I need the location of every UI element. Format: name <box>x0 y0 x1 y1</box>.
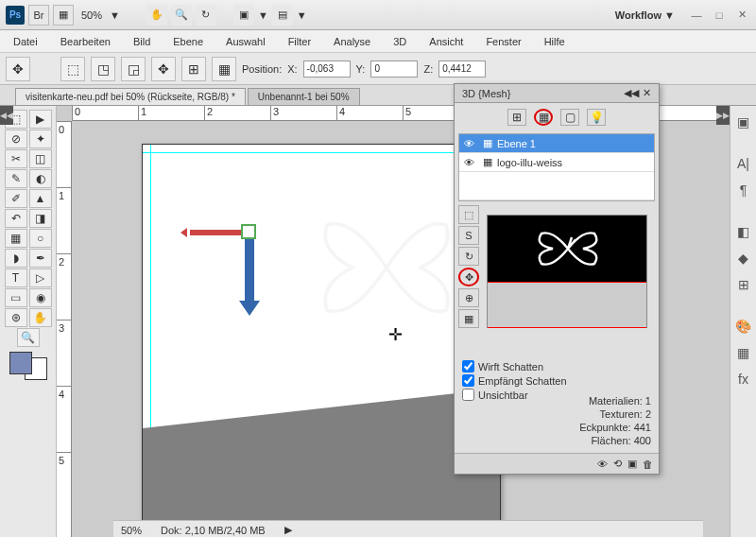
y-input[interactable] <box>370 61 418 78</box>
bridge-button[interactable]: Br <box>28 5 49 26</box>
clip-button[interactable]: ▦ <box>53 5 74 26</box>
visibility-icon[interactable]: 👁 <box>459 157 478 168</box>
maximize-button[interactable]: □ <box>711 9 728 22</box>
rotate-tool-icon[interactable]: ↻ <box>196 5 216 26</box>
menu-analyse[interactable]: Analyse <box>330 34 374 49</box>
zoom-select[interactable]: 50% <box>77 8 106 23</box>
blur-tool[interactable]: ○ <box>29 229 52 248</box>
eraser-tool[interactable]: ◨ <box>29 209 52 228</box>
3d-camera-tool[interactable]: ⊛ <box>5 308 27 327</box>
3d-axis-gizmo[interactable] <box>171 211 275 315</box>
check-wirft-schatten[interactable]: Wirft Schatten <box>462 360 651 372</box>
preview-tool-3[interactable]: ↻ <box>458 247 479 266</box>
screen-mode-icon[interactable]: ▣ <box>233 5 254 26</box>
panel-icon-6[interactable]: ⊞ <box>733 274 754 295</box>
guide-horizontal[interactable] <box>143 152 500 153</box>
zoom-tool-icon[interactable]: 🔍 <box>171 5 192 26</box>
patch-tool[interactable]: ◐ <box>29 169 52 188</box>
minimize-button[interactable]: — <box>688 9 705 22</box>
layer-row[interactable]: 👁▦logo-illu-weiss <box>459 153 654 172</box>
status-zoom[interactable]: 50% <box>121 525 142 536</box>
color-swatches[interactable] <box>9 352 47 380</box>
crop-tool[interactable]: ✂ <box>5 149 27 168</box>
shape-tool[interactable]: ▭ <box>5 288 27 307</box>
arrow-tool[interactable]: ▶ <box>29 110 52 129</box>
zoom-tool[interactable]: 🔍 <box>17 328 40 347</box>
mesh-filter-icon[interactable]: ▦ <box>534 109 553 126</box>
workspace-switcher[interactable]: Workflow ▼ <box>608 7 682 24</box>
panel-icon-4[interactable]: ◧ <box>733 221 754 242</box>
close-button[interactable]: ✕ <box>733 9 750 22</box>
check-empfaengt-schatten[interactable]: Empfängt Schatten <box>462 374 651 387</box>
preview-tool-1[interactable]: ⬚ <box>458 205 479 224</box>
menu-auswahl[interactable]: Auswahl <box>222 34 269 49</box>
3d-mode-6-icon[interactable]: ▦ <box>212 57 236 81</box>
stamp-tool[interactable]: ▲ <box>29 189 52 208</box>
brush-tool[interactable]: ✐ <box>5 189 27 208</box>
tab-scroll-right[interactable]: ▶▶ <box>716 106 730 125</box>
mesh-preview[interactable] <box>487 215 647 328</box>
3d-panel[interactable]: 3D {Mesh} ◀◀✕ ⊞ ▦ ▢ 💡 👁▦Ebene 1 👁▦logo-i… <box>454 83 660 475</box>
3d-mode-4-icon[interactable]: ✥ <box>151 57 176 81</box>
menu-hilfe[interactable]: Hilfe <box>541 34 569 49</box>
status-dok[interactable]: Dok: 2,10 MB/2,40 MB <box>161 525 266 536</box>
hand-tool[interactable]: ✋ <box>29 308 52 327</box>
panel-foot-icon-1[interactable]: 👁 <box>597 459 608 470</box>
menu-ansicht[interactable]: Ansicht <box>425 34 467 49</box>
3d-tool[interactable]: ◉ <box>29 288 52 307</box>
preview-tool-5[interactable]: ⊕ <box>458 288 479 307</box>
visibility-icon[interactable]: 👁 <box>459 138 478 149</box>
character-panel-icon[interactable]: A| <box>733 153 754 174</box>
type-tool[interactable]: T <box>5 268 27 287</box>
wand-tool[interactable]: ✦ <box>29 130 52 148</box>
3d-mode-2-icon[interactable]: ◳ <box>91 57 115 81</box>
3d-mode-5-icon[interactable]: ⊞ <box>181 57 206 81</box>
tool-preset-icon[interactable]: ✥ <box>6 57 30 81</box>
ruler-vertical[interactable]: 012345 <box>57 121 72 537</box>
menu-fenster[interactable]: Fenster <box>482 34 524 49</box>
menu-filter[interactable]: Filter <box>284 34 315 49</box>
tab-scroll-left[interactable]: ◀◀ <box>0 106 13 125</box>
materials-filter-icon[interactable]: ▢ <box>560 109 579 126</box>
gradient-tool[interactable]: ▦ <box>5 229 27 248</box>
tab-document-1[interactable]: visitenkarte-neu.pdf bei 50% (Rückseite,… <box>15 88 246 105</box>
path-tool[interactable]: ▷ <box>29 268 52 287</box>
foreground-color[interactable] <box>9 352 32 374</box>
layer-row[interactable]: 👁▦Ebene 1 <box>459 134 654 153</box>
preview-tool-4[interactable]: ✥ <box>458 268 479 286</box>
tab-document-2[interactable]: Unbenannt-1 bei 50% <box>248 88 360 105</box>
panel-foot-icon-2[interactable]: ⟲ <box>613 458 622 470</box>
scene-filter-icon[interactable]: ⊞ <box>507 109 526 126</box>
history-tool[interactable]: ↶ <box>5 209 27 228</box>
swatches-panel-icon[interactable]: ▦ <box>733 342 754 363</box>
preview-tool-6[interactable]: ▦ <box>458 309 479 328</box>
menu-datei[interactable]: Datei <box>9 34 42 49</box>
hand-tool-icon[interactable]: ✋ <box>146 5 167 26</box>
panel-trash-icon[interactable]: 🗑 <box>643 459 653 470</box>
panel-icon-1[interactable]: ▣ <box>733 112 754 132</box>
lasso-tool[interactable]: ⊘ <box>5 130 27 148</box>
eyedropper-tool[interactable]: ✎ <box>5 169 27 188</box>
3d-mode-3-icon[interactable]: ◲ <box>121 57 146 81</box>
document-canvas[interactable]: ✛ <box>142 144 501 522</box>
preview-tool-2[interactable]: S <box>458 226 479 245</box>
menu-ebene[interactable]: Ebene <box>169 34 207 49</box>
styles-panel-icon[interactable]: fx <box>733 369 754 390</box>
menu-3d[interactable]: 3D <box>389 34 410 49</box>
panel-title[interactable]: 3D {Mesh} <box>462 88 510 99</box>
panel-close-icon[interactable]: ✕ <box>643 87 651 99</box>
dodge-tool[interactable]: ◗ <box>5 249 27 268</box>
pen-tool[interactable]: ✒ <box>29 249 52 268</box>
slice-tool[interactable]: ◫ <box>29 149 52 168</box>
arrange-icon[interactable]: ▤ <box>272 5 293 26</box>
menu-bearbeiten[interactable]: Bearbeiten <box>57 34 114 49</box>
3d-mode-1-icon[interactable]: ⬚ <box>60 57 85 81</box>
panel-foot-icon-3[interactable]: ▣ <box>627 458 637 470</box>
lights-filter-icon[interactable]: 💡 <box>587 109 606 126</box>
panel-collapse-icon[interactable]: ◀◀ <box>624 87 639 99</box>
paragraph-panel-icon[interactable]: ¶ <box>733 180 754 200</box>
panel-icon-5[interactable]: ◆ <box>733 248 754 268</box>
menu-bild[interactable]: Bild <box>129 34 154 49</box>
x-input[interactable] <box>303 61 351 78</box>
z-input[interactable] <box>438 61 486 78</box>
